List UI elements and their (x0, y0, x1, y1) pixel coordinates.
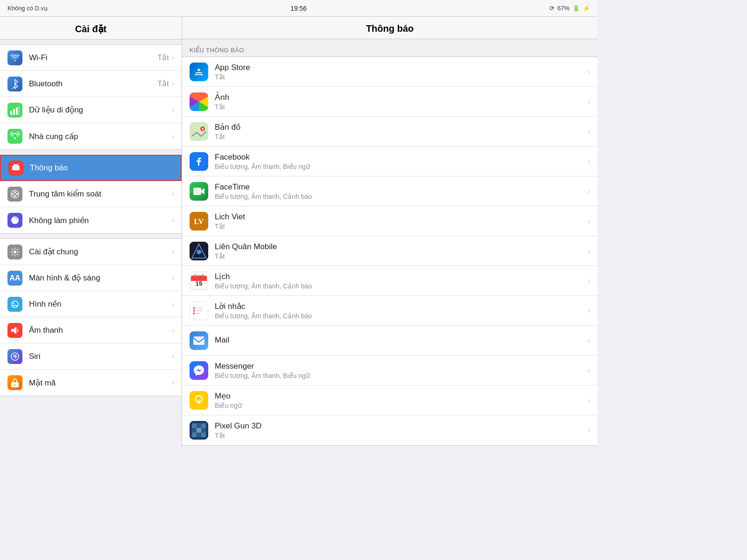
photos-chevron: › (588, 98, 590, 106)
calendar-chevron: › (588, 277, 590, 285)
wifi-value: Tắt (157, 53, 169, 62)
facetime-icon (190, 182, 208, 201)
list-item[interactable]: Pixel Gun 3D Tắt › (182, 415, 598, 445)
svg-point-42 (193, 310, 195, 312)
control-center-row[interactable]: Trung tâm kiểm soát › (0, 181, 182, 207)
list-item[interactable]: Mail › (182, 326, 598, 356)
facebook-name: Facebook (215, 153, 588, 162)
lienquan-sub: Tắt (215, 252, 588, 260)
carrier-row[interactable]: Nhà cung cấp › (0, 123, 182, 149)
reminders-icon (190, 301, 208, 320)
battery-rotation-icon: ⟳ (550, 5, 555, 12)
general-row[interactable]: Cài đặt chung › (0, 239, 182, 265)
list-item[interactable]: App Store Tắt › (182, 57, 598, 87)
pixelgun-name: Pixel Gun 3D (215, 421, 588, 431)
pixelgun-icon (190, 421, 208, 440)
carrier-icon (7, 129, 22, 144)
list-item[interactable]: Liên Quân Mobile Tắt › (182, 236, 598, 266)
svg-rect-3 (19, 105, 20, 115)
facebook-chevron: › (588, 157, 590, 166)
list-item[interactable]: 15 Lịch Biểu tượng, Âm thanh, Cảnh báo › (182, 266, 598, 296)
svg-rect-48 (192, 423, 197, 428)
general-icon (7, 245, 22, 259)
sounds-icon (7, 323, 22, 338)
main-container: Cài đặt Wi-Fi Tắt › (0, 17, 598, 448)
svg-point-41 (193, 307, 195, 309)
wifi-chevron: › (172, 54, 174, 62)
passcode-row[interactable]: Mật mã › (0, 370, 182, 396)
do-not-disturb-row[interactable]: Không làm phiền › (0, 207, 182, 233)
list-item[interactable]: Lời nhắc Biểu tượng, Âm thanh, Cảnh báo … (182, 296, 598, 326)
bluetooth-label: Bluetooth (29, 79, 157, 89)
svg-text:LV: LV (194, 217, 204, 225)
maps-name: Bản đồ (215, 122, 588, 132)
svg-point-43 (193, 312, 195, 314)
list-item[interactable]: Mẹo Biểu ngữ › (182, 385, 598, 415)
svg-point-14 (13, 302, 14, 304)
time-label: 19:56 (290, 5, 307, 12)
settings-group-general: Cài đặt chung › AA Màn hình & độ sáng › … (0, 238, 182, 396)
mobile-data-row[interactable]: Dữ liệu di động › (0, 97, 182, 123)
facebook-text: Facebook Biểu tượng, Âm thanh, Biểu ngữ (215, 153, 588, 170)
list-item[interactable]: LV Lich Viet Tắt › (182, 206, 598, 236)
tips-chevron: › (588, 396, 590, 405)
list-item[interactable]: Messenger Biểu tượng, Âm thanh, Biểu ngữ… (182, 356, 598, 385)
wallpaper-chevron: › (172, 300, 174, 308)
tips-sub: Biểu ngữ (215, 402, 588, 409)
svg-rect-5 (12, 166, 20, 170)
display-icon: AA (7, 271, 22, 286)
control-center-icon (7, 187, 22, 202)
general-label: Cài đặt chung (29, 247, 172, 257)
display-row[interactable]: AA Màn hình & độ sáng › (0, 265, 182, 291)
pixelgun-text: Pixel Gun 3D Tắt (215, 421, 588, 439)
settings-panel: Cài đặt Wi-Fi Tắt › (0, 17, 182, 448)
settings-group-notifications: Thông báo Trung tâm kiểm soát › (0, 154, 182, 234)
battery-icon: 🔋 (572, 5, 580, 12)
bluetooth-value: Tắt (157, 79, 169, 88)
passcode-label: Mật mã (29, 378, 172, 388)
do-not-disturb-chevron: › (172, 216, 174, 224)
bluetooth-row[interactable]: Bluetooth Tắt › (0, 71, 182, 97)
reminders-sub: Biểu tượng, Âm thanh, Cảnh báo (215, 312, 588, 320)
facetime-text: FaceTime Biểu tượng, Âm thanh, Cảnh báo (215, 182, 588, 200)
notifications-title: Thông báo (182, 17, 598, 39)
svg-point-20 (198, 74, 199, 75)
charging-icon: ⚡ (583, 5, 590, 12)
battery-percent: 67% (557, 5, 570, 12)
svg-rect-51 (192, 428, 197, 433)
pixelgun-chevron: › (588, 426, 590, 434)
svg-rect-53 (201, 428, 206, 433)
list-item[interactable]: Ảnh Tắt › (182, 87, 598, 117)
lichviet-chevron: › (588, 217, 590, 225)
wifi-row[interactable]: Wi-Fi Tắt › (0, 45, 182, 71)
notifications-row[interactable]: Thông báo (0, 155, 182, 181)
siri-label: Siri (29, 352, 172, 361)
facetime-chevron: › (588, 187, 590, 196)
calendar-name: Lịch (215, 272, 588, 281)
svg-rect-44 (193, 336, 204, 345)
appstore-chevron: › (588, 68, 590, 76)
facetime-sub: Biểu tượng, Âm thanh, Cảnh báo (215, 193, 588, 200)
list-item[interactable]: Facebook Biểu tượng, Âm thanh, Biểu ngữ … (182, 147, 598, 176)
lichviet-text: Lich Viet Tắt (215, 212, 588, 230)
status-bar: Không có D.vụ 19:56 ⟳ 67% 🔋 ⚡ (0, 0, 598, 17)
bluetooth-icon (7, 77, 22, 91)
passcode-chevron: › (172, 378, 174, 387)
list-item[interactable]: Bản đồ Tắt › (182, 117, 598, 147)
siri-chevron: › (172, 352, 174, 361)
svg-rect-0 (10, 111, 12, 115)
maps-icon (190, 122, 208, 141)
svg-rect-2 (16, 107, 18, 115)
lichviet-icon: LV (190, 212, 208, 231)
mail-name: Mail (215, 336, 588, 345)
notifications-icon (8, 161, 23, 175)
list-item[interactable]: FaceTime Biểu tượng, Âm thanh, Cảnh báo … (182, 176, 598, 206)
sounds-row[interactable]: Âm thanh › (0, 317, 182, 343)
svg-point-8 (12, 193, 14, 195)
svg-point-12 (14, 251, 16, 253)
sounds-chevron: › (172, 326, 174, 335)
wallpaper-row[interactable]: Hình nền › (0, 291, 182, 317)
svg-rect-15 (11, 329, 14, 332)
photos-name: Ảnh (215, 92, 588, 102)
siri-row[interactable]: Siri › (0, 343, 182, 370)
